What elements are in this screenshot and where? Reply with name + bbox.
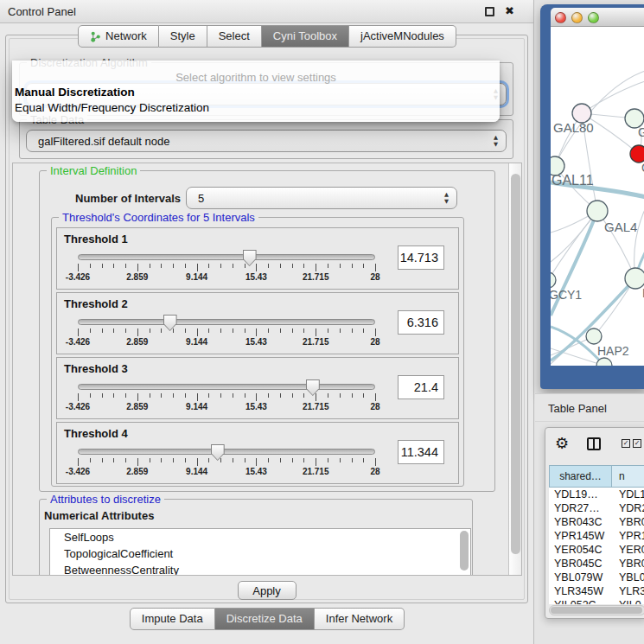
algorithm-placeholder: Select algorithm to view settings	[12, 71, 500, 84]
attribute-item[interactable]: SelfLoops	[50, 529, 470, 545]
algorithm-dropdown-popup: Select algorithm to view settings Manual…	[12, 61, 500, 122]
network-node-label: GAL	[638, 125, 644, 139]
table-data-combobox[interactable]: galFiltered.sif default node ▲▼	[26, 130, 507, 152]
threshold-panel-2: Threshold 2-3.4262.8599.14415.4321.71528	[56, 292, 459, 354]
tab-cyni-toolbox[interactable]: Cyni Toolbox	[262, 25, 349, 48]
threshold-slider-track[interactable]	[78, 319, 375, 325]
table-panel-title: Table Panel	[548, 402, 607, 415]
table-row[interactable]: YIL052CYIL0	[549, 598, 644, 604]
minimize-traffic-light[interactable]	[571, 12, 583, 23]
bottom-tab-discretize-data[interactable]: Discretize Data	[215, 608, 315, 630]
tab-network[interactable]: Network	[78, 25, 159, 48]
tab-label: Select	[219, 26, 250, 47]
threshold-value-input[interactable]	[398, 245, 444, 270]
bottom-tab-infer-network[interactable]: Infer Network	[315, 608, 405, 630]
table-row[interactable]: YBL079WYBL0	[549, 571, 644, 584]
tab-select[interactable]: Select	[207, 25, 262, 48]
tab-style[interactable]: Style	[159, 25, 207, 48]
scale-tick-label: 21.715	[303, 402, 329, 411]
table-row[interactable]: YBR043CYBR0	[549, 515, 644, 529]
algorithm-option-equal-width[interactable]: Equal Width/Frequency Discretization	[14, 101, 498, 116]
zoom-traffic-light[interactable]	[588, 12, 599, 23]
table-row[interactable]: YDL19…YDL1	[549, 488, 644, 501]
settings-scroll-region: Interval Definition Number of Intervals …	[12, 163, 522, 576]
threshold-panel-4: Threshold 4-3.4262.8599.14415.4321.71528	[56, 422, 459, 484]
number-of-intervals-combobox[interactable]: 5 ▲▼	[186, 187, 457, 209]
table-row[interactable]: YBR045CYBR0	[549, 557, 644, 571]
table-row[interactable]: YLR345WYLR3	[549, 584, 644, 598]
cell-shared-name: YPR145W	[549, 529, 612, 543]
network-edge[interactable]	[582, 80, 644, 113]
scale-tick-label: 28	[370, 402, 379, 411]
threshold-value-input[interactable]	[398, 375, 444, 399]
cell-name: YBR0	[612, 557, 644, 571]
network-node-label: HAP2	[597, 344, 629, 358]
scale-tick-label: 2.859	[126, 402, 148, 411]
close-icon[interactable]: ✖	[505, 4, 514, 17]
scale-tick-label: 9.144	[186, 467, 207, 476]
table-row[interactable]: YER054CYER0	[549, 543, 644, 557]
scale-tick-label: 21.715	[303, 272, 329, 282]
slider-tick-marks	[78, 328, 375, 336]
attributes-group-label: Attributes to discretize	[47, 493, 164, 506]
attribute-item[interactable]: TopologicalCoefficient	[50, 545, 470, 562]
tab-jactivemnodules[interactable]: jActiveMNodules	[349, 25, 456, 48]
scale-tick-label: 9.144	[186, 402, 207, 411]
scale-tick-label: 28	[370, 467, 379, 476]
cell-shared-name: YBR045C	[549, 557, 612, 571]
cell-shared-name: YLR345W	[549, 584, 612, 598]
table-row[interactable]: YDR27…YDR2	[549, 501, 644, 515]
scale-tick-label: 15.43	[245, 467, 267, 476]
slider-tick-labels: -3.4262.8599.14415.4321.71528	[78, 337, 375, 348]
network-node-label: GAL4	[604, 220, 637, 234]
threshold-value-input[interactable]	[398, 310, 444, 335]
numerical-attributes-label: Numerical Attributes	[44, 509, 154, 522]
threshold-slider-track[interactable]	[78, 254, 375, 260]
combo-arrows-icon: ▲▼	[494, 134, 498, 148]
network-node-label: GCY1	[551, 288, 582, 302]
network-node-c[interactable]	[630, 145, 644, 163]
table-hscrollbar-track[interactable]	[549, 605, 644, 615]
apply-button[interactable]: Apply	[238, 581, 296, 600]
split-view-icon[interactable]	[587, 437, 601, 450]
attributes-scrollbar-thumb[interactable]	[460, 531, 469, 571]
scale-tick-label: 21.715	[303, 467, 329, 476]
scale-tick-label: 2.859	[126, 467, 148, 476]
scale-tick-label: 9.144	[186, 337, 207, 347]
attribute-item[interactable]: BetweennessCentrality	[50, 562, 470, 576]
table-row[interactable]: YPR145WYPR1	[549, 529, 644, 543]
network-node-gcy1[interactable]	[551, 272, 556, 288]
table-panel-header: Table Panel	[535, 393, 644, 422]
bottom-tab-label: Impute Data	[142, 609, 203, 629]
cell-name: YDL1	[612, 488, 644, 501]
bottom-tab-impute-data[interactable]: Impute Data	[130, 608, 215, 630]
network-node-hap2[interactable]	[586, 328, 602, 344]
number-of-intervals-label: Number of Intervals	[75, 192, 181, 205]
slider-tick-marks	[78, 458, 375, 466]
threshold-label: Threshold 3	[64, 362, 128, 375]
scale-tick-label: 2.859	[126, 272, 148, 282]
network-node-h[interactable]	[625, 268, 644, 289]
threshold-slider-track[interactable]	[78, 384, 375, 390]
cell-shared-name: YDR27…	[549, 501, 612, 515]
threshold-value-input[interactable]	[398, 440, 444, 464]
cell-shared-name: YIL052C	[549, 598, 612, 604]
close-traffic-light[interactable]	[555, 12, 566, 23]
float-window-icon[interactable]	[485, 7, 494, 16]
number-of-intervals-value: 5	[198, 192, 204, 205]
gear-icon[interactable]: ⚙	[555, 434, 569, 452]
network-node-gal4[interactable]	[587, 201, 608, 221]
settings-vscrollbar-track[interactable]	[508, 163, 521, 576]
column-header-shared-name[interactable]: shared…	[549, 465, 612, 488]
column-header-name[interactable]: n	[612, 465, 644, 488]
settings-vscrollbar-thumb[interactable]	[511, 174, 520, 554]
algorithm-option-manual[interactable]: Manual Discretization	[14, 86, 498, 100]
table-hscrollbar-thumb[interactable]	[551, 607, 642, 614]
network-view-window[interactable]: GAL80GALCGAL11GAL4GCY1HHAP2	[540, 4, 644, 389]
network-canvas[interactable]: GAL80GALCGAL11GAL4GCY1HHAP2	[551, 27, 644, 366]
select-column-icon[interactable]: ✓	[622, 439, 630, 448]
network-edge[interactable]	[551, 211, 597, 280]
top-tab-bar: NetworkStyleSelectCyni ToolboxjActiveMNo…	[0, 25, 534, 48]
threshold-slider-track[interactable]	[78, 449, 375, 455]
select-column-icon[interactable]: ✓	[633, 439, 641, 448]
